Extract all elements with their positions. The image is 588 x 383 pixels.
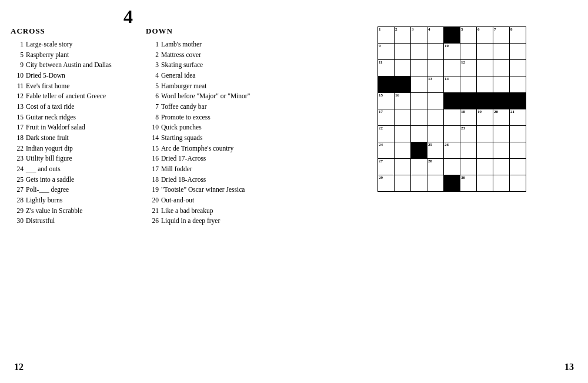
- grid-cell[interactable]: [411, 60, 427, 76]
- grid-cell[interactable]: 1: [378, 27, 395, 44]
- grid-cell[interactable]: [411, 44, 427, 60]
- grid-cell[interactable]: [477, 60, 493, 76]
- clue-item: 14Starting squads: [146, 133, 269, 143]
- grid-cell[interactable]: [493, 76, 510, 93]
- grid-cell[interactable]: [444, 27, 460, 44]
- grid-cell[interactable]: 19: [477, 109, 493, 126]
- clue-number: 4: [146, 71, 159, 81]
- grid-cell[interactable]: 27: [378, 159, 395, 175]
- grid-cell[interactable]: 15: [378, 93, 395, 109]
- grid-cell[interactable]: [411, 175, 427, 192]
- grid-cell[interactable]: [510, 44, 526, 60]
- clue-number: 25: [11, 175, 24, 185]
- grid-cell[interactable]: [477, 76, 493, 93]
- grid-cell[interactable]: [411, 109, 427, 126]
- clue-number: 29: [11, 206, 24, 216]
- grid-cell[interactable]: 17: [378, 109, 395, 126]
- grid-cell[interactable]: [460, 93, 477, 109]
- grid-cell[interactable]: [427, 109, 444, 126]
- grid-cell[interactable]: [510, 142, 526, 159]
- grid-cell[interactable]: [411, 142, 427, 159]
- grid-cell[interactable]: 22: [378, 126, 395, 142]
- grid-cell[interactable]: [395, 142, 411, 159]
- grid-cell[interactable]: 30: [460, 175, 477, 192]
- grid-cell[interactable]: 13: [427, 76, 444, 93]
- grid-cell[interactable]: 12: [460, 60, 477, 76]
- grid-cell[interactable]: 5: [460, 27, 477, 44]
- grid-cell[interactable]: [493, 60, 510, 76]
- grid-cell[interactable]: [510, 175, 526, 192]
- grid-cell[interactable]: 26: [444, 142, 460, 159]
- grid-cell[interactable]: [477, 126, 493, 142]
- grid-cell[interactable]: [510, 60, 526, 76]
- page-number-right: 13: [564, 362, 574, 372]
- clue-text: Dried 17-Across: [161, 154, 269, 164]
- grid-cell[interactable]: [444, 93, 460, 109]
- clue-number: 2: [146, 50, 159, 60]
- grid-cell[interactable]: [444, 60, 460, 76]
- grid-cell[interactable]: [510, 76, 526, 93]
- grid-cell[interactable]: [427, 93, 444, 109]
- grid-cell[interactable]: [493, 142, 510, 159]
- clue-text: Raspberry plant: [26, 50, 134, 60]
- grid-cell[interactable]: [444, 159, 460, 175]
- grid-cell[interactable]: 18: [460, 109, 477, 126]
- grid-cell[interactable]: [493, 44, 510, 60]
- grid-cell[interactable]: [510, 126, 526, 142]
- grid-cell[interactable]: [493, 175, 510, 192]
- grid-cell[interactable]: 8: [510, 27, 526, 44]
- grid-cell[interactable]: [427, 175, 444, 192]
- grid-cell[interactable]: [411, 126, 427, 142]
- grid-cell[interactable]: [395, 159, 411, 175]
- grid-cell[interactable]: [411, 159, 427, 175]
- grid-cell[interactable]: 24: [378, 142, 395, 159]
- grid-cell[interactable]: [444, 175, 460, 192]
- clue-item: 22Indian yogurt dip: [11, 144, 134, 154]
- grid-cell[interactable]: [477, 93, 493, 109]
- grid-cell[interactable]: [411, 93, 427, 109]
- grid-cell[interactable]: 9: [378, 44, 395, 60]
- grid-cell[interactable]: [427, 44, 444, 60]
- grid-cell[interactable]: [477, 142, 493, 159]
- grid-cell[interactable]: [395, 76, 411, 93]
- grid-cell[interactable]: 7: [493, 27, 510, 44]
- grid-cell[interactable]: 25: [427, 142, 444, 159]
- grid-cell[interactable]: 16: [395, 93, 411, 109]
- grid-cell[interactable]: [427, 126, 444, 142]
- grid-cell[interactable]: [395, 60, 411, 76]
- grid-cell[interactable]: 6: [477, 27, 493, 44]
- grid-cell[interactable]: 3: [411, 27, 427, 44]
- grid-cell[interactable]: [427, 60, 444, 76]
- grid-cell[interactable]: 23: [460, 126, 477, 142]
- grid-cell[interactable]: 14: [444, 76, 460, 93]
- grid-cell[interactable]: [444, 109, 460, 126]
- grid-cell[interactable]: [477, 44, 493, 60]
- clue-text: Mattress cover: [161, 50, 269, 60]
- grid-cell[interactable]: 28: [427, 159, 444, 175]
- grid-cell[interactable]: [395, 126, 411, 142]
- grid-cell[interactable]: [477, 159, 493, 175]
- grid-cell[interactable]: [395, 44, 411, 60]
- grid-cell[interactable]: [395, 175, 411, 192]
- grid-cell[interactable]: 20: [493, 109, 510, 126]
- grid-cell[interactable]: [378, 76, 395, 93]
- grid-cell[interactable]: [493, 159, 510, 175]
- grid-cell[interactable]: 29: [378, 175, 395, 192]
- grid-cell[interactable]: [444, 126, 460, 142]
- grid-cell[interactable]: [493, 126, 510, 142]
- grid-cell[interactable]: [510, 93, 526, 109]
- grid-cell[interactable]: 4: [427, 27, 444, 44]
- grid-cell[interactable]: 2: [395, 27, 411, 44]
- grid-cell[interactable]: 11: [378, 60, 395, 76]
- grid-cell[interactable]: [411, 76, 427, 93]
- grid-cell[interactable]: [460, 76, 477, 93]
- grid-cell[interactable]: 21: [510, 109, 526, 126]
- grid-cell[interactable]: [510, 159, 526, 175]
- grid-cell[interactable]: 10: [444, 44, 460, 60]
- grid-cell[interactable]: [395, 109, 411, 126]
- grid-cell[interactable]: [460, 159, 477, 175]
- grid-cell[interactable]: [460, 44, 477, 60]
- grid-cell[interactable]: [477, 175, 493, 192]
- grid-cell[interactable]: [460, 142, 477, 159]
- grid-cell[interactable]: [493, 93, 510, 109]
